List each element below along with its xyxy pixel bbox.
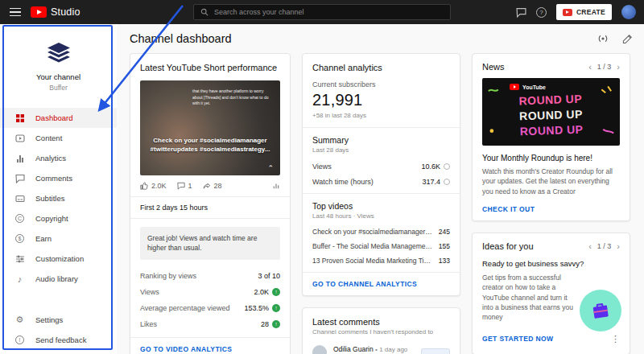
top-video-row[interactable]: 13 Proven Social Media Marketing Tips fo… (312, 253, 450, 272)
short-stats-row: 2.0K 1 28 (130, 175, 290, 196)
youtube-logo-icon[interactable] (31, 6, 47, 18)
go-live-icon[interactable] (597, 34, 609, 43)
create-button-label: CREATE (576, 8, 605, 16)
performance-note: Great job! Views and watch time are high… (140, 227, 280, 260)
comment-item[interactable]: Odilia Guarin • 1 day ago Gracias por la… (303, 342, 460, 354)
sidebar-item-label: Copyright (35, 214, 68, 223)
chevron-left-icon[interactable]: ‹ (588, 241, 592, 251)
sidebar: Your channel Buffer Dashboard Content (0, 24, 117, 354)
news-thumbnail[interactable]: YouTube ROUND UP ROUND UP ROUND UP (482, 78, 620, 146)
top-video-row[interactable]: Buffer - The Social Media Management Too… (312, 239, 450, 253)
account-avatar[interactable] (621, 5, 636, 19)
sidebar-item-subtitles[interactable]: Subtitles (0, 188, 117, 208)
sidebar-item-label: Analytics (35, 154, 66, 163)
commenter-name: Odilia Guarin (333, 345, 374, 353)
sidebar-item-audio-library[interactable]: ♪ Audio library (0, 269, 117, 289)
summary-row-views: Views 10.6K (312, 158, 450, 174)
go-to-channel-analytics-link[interactable]: GO TO CHANNEL ANALYTICS (303, 273, 460, 295)
top-videos-subtitle: Last 48 hours · Views (312, 212, 450, 220)
create-button[interactable]: CREATE (556, 4, 612, 20)
sidebar-item-earn[interactable]: $ Earn (0, 228, 117, 249)
send-feedback-icon: ! (14, 335, 25, 345)
caret-up-icon[interactable]: ⌃ (267, 164, 274, 172)
sidebar-item-label: Settings (35, 315, 63, 324)
sidebar-item-customization[interactable]: Customization (0, 249, 117, 269)
menu-icon[interactable] (10, 8, 21, 17)
share-icon (203, 182, 211, 190)
comments-card-title: Latest comments (312, 317, 450, 327)
earn-icon: $ (14, 233, 25, 244)
sidebar-item-settings[interactable]: ⚙ Settings (0, 310, 117, 330)
news-headline: Your Monthly Roundup is here! (473, 146, 630, 163)
search-input[interactable] (214, 8, 444, 16)
sidebar-item-dashboard[interactable]: Dashboard (0, 108, 117, 128)
comments-icon (14, 173, 25, 183)
channel-profile[interactable]: Your channel Buffer (0, 27, 117, 101)
check-it-out-link[interactable]: CHECK IT OUT (473, 198, 630, 220)
channel-label: Your channel (36, 72, 80, 81)
content-icon (14, 133, 25, 143)
youtube-logo-icon (510, 84, 519, 90)
chevron-left-icon[interactable]: ‹ (588, 62, 592, 72)
stat-row-views: Views 2.0K ↑ (130, 284, 290, 300)
main-content: Channel dashboard Latest YouTube Short p (117, 24, 644, 354)
thumbnail-overlay-text: Check on your #socialmediamanager #twitt… (140, 136, 280, 154)
subscribers-count: 21,991 (312, 91, 450, 109)
trend-up-icon: ↑ (272, 288, 280, 296)
customization-icon (14, 253, 25, 264)
news-card-title: News (482, 62, 505, 72)
short-performance-card: Latest YouTube Short performance that th… (130, 53, 291, 354)
analytics-icon (14, 153, 25, 163)
commenter-avatar (312, 345, 327, 354)
sidebar-item-label: Subtitles (35, 194, 64, 203)
edit-pencil-icon[interactable] (622, 34, 633, 44)
top-video-row[interactable]: Check on your #socialmediamanager #twitt… (312, 224, 450, 239)
comment-icon (177, 182, 185, 190)
sidebar-item-content[interactable]: Content (0, 128, 117, 148)
feedback-icon[interactable] (516, 7, 526, 18)
short-card-title: Latest YouTube Short performance (140, 63, 280, 72)
get-started-now-link[interactable]: GET STARTED NOW (482, 335, 553, 343)
comments-card-subtitle: Channel comments I haven't responded to (312, 328, 450, 335)
ideas-for-you-card: Ideas for you ‹ 1 / 3 › Ready to get bus… (472, 233, 630, 354)
sidebar-item-label: Content (35, 134, 62, 142)
latest-comments-card: Latest comments Channel comments I haven… (302, 307, 460, 354)
help-icon[interactable]: ? (536, 7, 547, 18)
chart-expand-icon[interactable] (272, 182, 280, 190)
ideas-card-title: Ideas for you (482, 241, 534, 251)
sidebar-item-label: Earn (35, 234, 52, 243)
brand-title: Studio (51, 6, 80, 18)
topbar-actions: ? CREATE (516, 0, 636, 24)
stat-row-likes: Likes 28 ↑ (130, 316, 290, 332)
dashboard-icon (14, 113, 25, 123)
news-thumb-brand: YouTube (522, 84, 546, 90)
search-bar[interactable] (193, 4, 451, 20)
chevron-right-icon[interactable]: › (617, 62, 620, 72)
buffer-logo-icon (43, 40, 74, 64)
settings-gear-icon: ⚙ (14, 315, 25, 325)
chevron-right-icon[interactable]: › (617, 241, 620, 251)
subtitles-icon (14, 193, 25, 204)
sidebar-item-copyright[interactable]: C Copyright (0, 208, 117, 228)
short-video-thumbnail[interactable]: that they have another platform to worry… (140, 80, 280, 175)
topbar: Studio ? CREATE (0, 0, 644, 24)
comment-time: 1 day ago (379, 346, 407, 353)
briefcase-illustration (580, 290, 621, 331)
channel-name: Buffer (49, 84, 68, 92)
sidebar-item-send-feedback[interactable]: ! Send feedback (0, 330, 117, 350)
news-pager: 1 / 3 (597, 63, 612, 71)
page: Studio ? CREATE (0, 0, 644, 354)
search-icon (200, 8, 208, 16)
subscribers-delta: +58 in last 28 days (312, 112, 450, 119)
sidebar-item-comments[interactable]: Comments (0, 168, 117, 188)
kebab-menu-icon[interactable]: ⋮ (611, 334, 620, 344)
trend-up-icon: ↑ (272, 304, 280, 312)
channel-analytics-card: Channel analytics Current subscribers 21… (302, 53, 460, 296)
news-body: Watch this month's Creator Roundup for a… (473, 163, 630, 198)
like-icon (140, 182, 148, 190)
sidebar-item-analytics[interactable]: Analytics (0, 148, 117, 168)
audio-library-icon: ♪ (14, 274, 25, 284)
news-card: News ‹ 1 / 3 › (472, 53, 630, 221)
go-to-video-analytics-link[interactable]: GO TO VIDEO ANALYTICS (130, 338, 290, 354)
stat-row-avg-viewed: Average percentage viewed 153.5% ↑ (130, 300, 290, 316)
